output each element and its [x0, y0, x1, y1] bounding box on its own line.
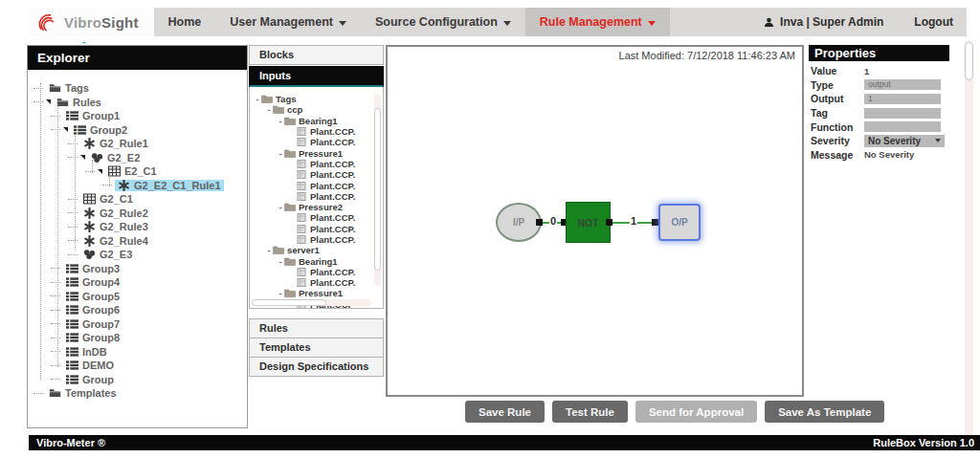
list-icon — [66, 110, 78, 121]
page-scrollbar-thumb[interactable] — [965, 42, 973, 80]
explorer-item-group4[interactable]: Group4 — [28, 275, 247, 290]
inputs-tree: -Tags-ccp-Bearing1Plant.CCP.Plant.CCP.-P… — [249, 87, 384, 309]
input-tree-item-bearing1[interactable]: -Bearing1 — [250, 255, 383, 266]
input-tree-item-plant-ccp-[interactable]: Plant.CCP. — [250, 277, 383, 288]
section-templates[interactable]: Templates — [249, 338, 384, 357]
user-account[interactable]: Inva | Super Admin — [764, 15, 883, 29]
last-modified-text: Last Modified: 7/12/2018 11:46:23 AM — [619, 50, 795, 61]
explorer-item-g2_rule1[interactable]: G2_Rule1 — [28, 137, 247, 151]
save-rule-button[interactable]: Save Rule — [465, 401, 545, 423]
collapse-toggle-icon[interactable]: - — [254, 94, 261, 104]
save-as-template-button[interactable]: Save As Template — [765, 401, 884, 423]
explorer-item-g2_rule4[interactable]: G2_Rule4 — [28, 234, 247, 249]
explorer-item-group1[interactable]: Group1 — [28, 109, 247, 123]
logout-button[interactable]: Logout — [914, 15, 953, 29]
explorer-item-label: G2_E2 — [107, 152, 140, 164]
explorer-item-g2_e3[interactable]: G2_E3 — [28, 248, 247, 262]
explorer-item-rules[interactable]: Rules — [28, 96, 247, 110]
property-row-type: Typeoutput — [809, 78, 949, 93]
expand-toggle-icon[interactable] — [98, 169, 102, 174]
explorer-item-group8[interactable]: Group8 — [28, 331, 247, 345]
explorer-item-tags[interactable]: Tags — [28, 81, 247, 96]
input-tree-item-tags[interactable]: -Tags — [250, 94, 383, 104]
input-tree-item-server1[interactable]: -server1 — [250, 245, 383, 255]
explorer-item-group7[interactable]: Group7 — [28, 317, 247, 332]
explorer-item-templates[interactable]: Templates — [28, 386, 247, 401]
type-field[interactable]: output — [864, 79, 941, 90]
input-node[interactable]: I/P — [496, 203, 542, 242]
expand-toggle-icon[interactable] — [63, 127, 68, 132]
brand-logo[interactable]: VibroSight — [27, 8, 154, 36]
port-not-out[interactable] — [606, 219, 612, 226]
input-tree-item-plant-ccp-[interactable]: Plant.CCP. — [250, 169, 383, 180]
explorer-item-g2_rule2[interactable]: G2_Rule2 — [28, 207, 247, 221]
port-output-in[interactable] — [652, 219, 658, 226]
expand-toggle-icon[interactable] — [80, 155, 85, 160]
scrollbar-thumb[interactable] — [374, 108, 381, 271]
severity-dropdown[interactable]: No Severity — [864, 135, 945, 147]
tag-field[interactable] — [864, 108, 941, 119]
explorer-item-group3[interactable]: Group3 — [28, 262, 247, 276]
explorer-item-group5[interactable]: Group5 — [28, 290, 247, 304]
input-tree-label: Bearing1 — [299, 116, 338, 126]
input-tree-item-plant-ccp-[interactable]: Plant.CCP. — [250, 191, 383, 202]
explorer-item-indb[interactable]: InDB — [28, 345, 247, 360]
section-design-specifications[interactable]: Design Specifications — [249, 357, 384, 377]
action-button-row: Save RuleTest RuleSend for ApprovalSave … — [465, 401, 884, 423]
expand-toggle-icon[interactable] — [46, 99, 51, 104]
explorer-item-e2_c1[interactable]: E2_C1 — [28, 164, 247, 179]
output-node[interactable]: O/P — [658, 204, 701, 241]
test-rule-button[interactable]: Test Rule — [552, 401, 628, 423]
explorer-item-g2_e2[interactable]: G2_E2 — [28, 151, 247, 165]
palette-horizontal-scrollbar[interactable] — [252, 299, 371, 306]
send-for-approval-button[interactable]: Send for Approval — [635, 401, 757, 423]
explorer-item-g2_e2_c1_rule1[interactable]: G2_E2_C1_Rule1 — [28, 179, 247, 193]
explorer-item-demo[interactable]: DEMO — [28, 359, 247, 373]
explorer-item-g2_rule3[interactable]: G2_Rule3 — [28, 220, 247, 234]
input-tree-item-plant-ccp-[interactable]: Plant.CCP. — [250, 224, 383, 234]
section-inputs[interactable]: Inputs — [249, 66, 384, 87]
explorer-item-g2_c1[interactable]: G2_C1 — [28, 192, 247, 207]
asterisk-icon — [118, 180, 130, 191]
explorer-item-group2[interactable]: Group2 — [28, 123, 247, 138]
input-tree-item-pressure1[interactable]: -Pressure1 — [250, 288, 383, 298]
explorer-item-label: Templates — [65, 387, 117, 399]
nav-item-source-configuration[interactable]: Source Configuration — [361, 8, 525, 36]
collapse-toggle-icon[interactable]: - — [277, 288, 284, 298]
palette-vertical-scrollbar[interactable] — [374, 95, 381, 286]
page-scrollbar[interactable] — [965, 40, 973, 442]
collapse-toggle-icon[interactable]: - — [277, 202, 284, 212]
input-tree-item-plant-ccp-[interactable]: Plant.CCP. — [250, 137, 383, 147]
input-tree-item-plant-ccp-[interactable]: Plant.CCP. — [250, 126, 383, 137]
input-tree-item-plant-ccp-[interactable]: Plant.CCP. — [250, 180, 383, 190]
collapse-toggle-icon[interactable]: - — [277, 256, 284, 267]
asterisk-icon — [83, 207, 96, 219]
input-tree-item-ccp[interactable]: -ccp — [250, 104, 383, 115]
input-tree-item-plant-ccp-[interactable]: Plant.CCP. — [250, 267, 383, 277]
collapse-toggle-icon[interactable]: - — [277, 148, 284, 159]
collapse-toggle-icon[interactable]: - — [265, 245, 273, 255]
input-tree-item-pressure1[interactable]: -Pressure1 — [250, 147, 383, 158]
nav-item-rule-management[interactable]: Rule Management — [525, 8, 670, 36]
section-blocks[interactable]: Blocks — [249, 45, 384, 65]
collapse-toggle-icon[interactable]: - — [277, 116, 284, 126]
input-tree-item-plant-ccp-[interactable]: Plant.CCP. — [250, 234, 383, 245]
explorer-item-group6[interactable]: Group6 — [28, 303, 247, 317]
port-input-out[interactable] — [536, 219, 543, 226]
not-gate-node[interactable]: NOT — [566, 202, 611, 243]
collapse-toggle-icon[interactable]: - — [265, 104, 273, 115]
app-window: VibroSight HomeUser ManagementSource Con… — [0, 0, 980, 458]
section-rules[interactable]: Rules — [249, 318, 384, 338]
explorer-item-group[interactable]: Group — [28, 373, 247, 387]
property-row-value: Value1 — [809, 64, 949, 78]
scrollbar-thumb[interactable] — [252, 299, 326, 306]
nav-item-home[interactable]: Home — [154, 8, 216, 36]
nav-item-user-management[interactable]: User Management — [215, 8, 361, 36]
rule-canvas[interactable]: Last Modified: 7/12/2018 11:46:23 AM I/P… — [386, 45, 804, 397]
output-field[interactable]: 1 — [864, 94, 941, 104]
input-tree-item-pressure2[interactable]: -Pressure2 — [250, 202, 383, 212]
function-field[interactable] — [864, 121, 941, 132]
input-tree-item-plant-ccp-[interactable]: Plant.CCP. — [250, 159, 383, 169]
input-tree-item-bearing1[interactable]: -Bearing1 — [250, 116, 383, 126]
input-tree-item-plant-ccp-[interactable]: Plant.CCP. — [250, 212, 383, 223]
